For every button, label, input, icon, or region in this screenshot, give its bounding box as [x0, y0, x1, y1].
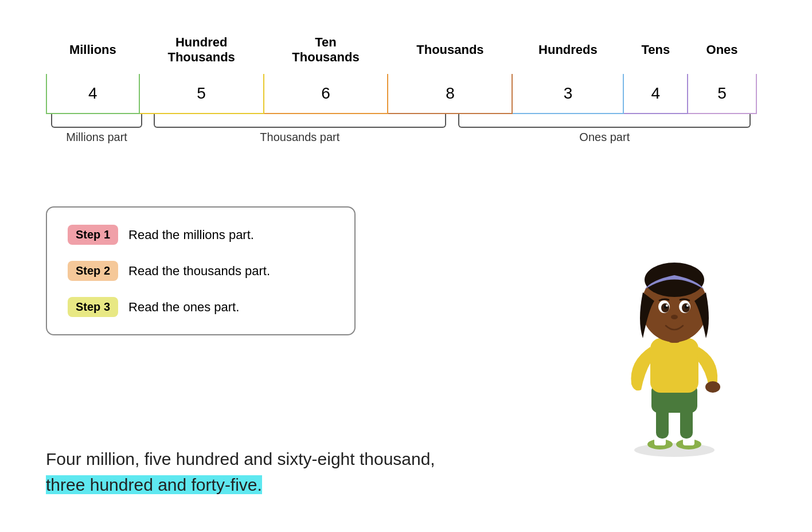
step3-row: Step 3 Read the ones part. — [68, 297, 334, 317]
header-thousands: Thousands — [388, 26, 512, 73]
place-value-section: Millions HundredThousands TenThousands T… — [46, 26, 766, 144]
cell-ones: 5 — [688, 73, 756, 114]
svg-point-19 — [666, 304, 668, 307]
svg-point-9 — [705, 381, 720, 393]
step1-badge: Step 1 — [68, 225, 118, 245]
svg-rect-8 — [650, 338, 698, 393]
step1-row: Step 1 Read the millions part. — [68, 225, 334, 245]
bottom-text: Four million, five hundred and sixty-eig… — [46, 446, 435, 498]
step1-text: Read the millions part. — [128, 228, 254, 242]
svg-point-12 — [645, 263, 704, 297]
cell-thousands: 8 — [388, 73, 512, 114]
svg-point-21 — [671, 315, 678, 319]
svg-point-20 — [686, 304, 689, 307]
place-value-table: Millions HundredThousands TenThousands T… — [46, 26, 757, 114]
cell-ten-thousands: 6 — [264, 73, 388, 114]
bracket-ones-label: Ones part — [579, 131, 630, 144]
header-ten-thousands: TenThousands — [264, 26, 388, 73]
bottom-line2: three hundred and forty-five. — [46, 472, 435, 498]
cell-millions: 4 — [46, 73, 139, 114]
step2-row: Step 2 Read the thousands part. — [68, 261, 334, 281]
header-hundred-thousands: HundredThousands — [139, 26, 264, 73]
header-hundreds: Hundreds — [512, 26, 623, 73]
bracket-thousands-label: Thousands part — [260, 131, 339, 144]
cell-hundreds: 3 — [512, 73, 623, 114]
header-millions: Millions — [46, 26, 139, 73]
cell-tens: 4 — [623, 73, 688, 114]
header-tens: Tens — [623, 26, 688, 73]
bottom-line1: Four million, five hundred and sixty-eig… — [46, 446, 435, 472]
step3-badge: Step 3 — [68, 297, 118, 317]
step2-text: Read the thousands part. — [128, 264, 270, 279]
step2-badge: Step 2 — [68, 261, 118, 281]
step3-text: Read the ones part. — [128, 300, 239, 315]
steps-box: Step 1 Read the millions part. Step 2 Re… — [46, 206, 356, 335]
cell-hundred-thousands: 5 — [139, 73, 264, 114]
bracket-millions-label: Millions part — [66, 131, 127, 144]
character-illustration — [594, 195, 755, 459]
bottom-line2-highlight: three hundred and forty-five. — [46, 475, 262, 494]
header-ones: Ones — [688, 26, 756, 73]
svg-point-0 — [634, 443, 715, 457]
